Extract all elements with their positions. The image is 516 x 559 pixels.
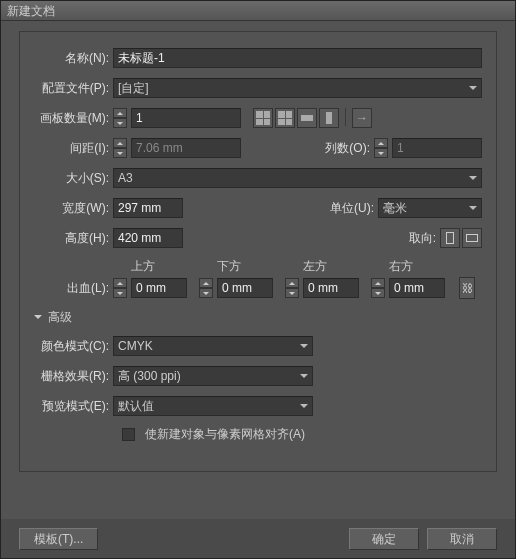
artboards-input[interactable] bbox=[131, 108, 241, 128]
spacing-input[interactable] bbox=[131, 138, 241, 158]
divider bbox=[345, 108, 346, 126]
name-label: 名称(N): bbox=[34, 50, 109, 67]
cancel-button[interactable]: 取消 bbox=[427, 528, 497, 550]
dialog-title: 新建文档 bbox=[7, 4, 55, 18]
spacing-stepper[interactable] bbox=[113, 138, 127, 158]
bleed-top-stepper[interactable] bbox=[113, 278, 127, 298]
bleed-right-input[interactable] bbox=[389, 278, 445, 298]
bleed-top-label: 上方 bbox=[131, 258, 191, 275]
arrange-col-icon[interactable] bbox=[319, 108, 339, 128]
units-label: 单位(U): bbox=[314, 200, 374, 217]
bleed-bottom-stepper[interactable] bbox=[199, 278, 213, 298]
preview-label: 预览模式(E): bbox=[34, 398, 109, 415]
align-grid-checkbox[interactable] bbox=[122, 428, 135, 441]
bleed-right-stepper[interactable] bbox=[371, 278, 385, 298]
advanced-label: 高级 bbox=[48, 309, 72, 326]
disclosure-triangle-icon bbox=[34, 315, 42, 323]
orientation-landscape-button[interactable] bbox=[462, 228, 482, 248]
bleed-top-input[interactable] bbox=[131, 278, 187, 298]
preview-select[interactable]: 默认值 bbox=[113, 396, 313, 416]
artboards-label: 画板数量(M): bbox=[34, 110, 109, 127]
ok-button[interactable]: 确定 bbox=[349, 528, 419, 550]
columns-stepper[interactable] bbox=[374, 138, 388, 158]
size-select[interactable]: A3 bbox=[113, 168, 482, 188]
template-button[interactable]: 模板(T)... bbox=[19, 528, 98, 550]
bleed-link-icon[interactable]: ⛓ bbox=[459, 277, 475, 299]
height-input[interactable] bbox=[113, 228, 183, 248]
artboards-stepper[interactable] bbox=[113, 108, 127, 128]
colormode-label: 颜色模式(C): bbox=[34, 338, 109, 355]
colormode-select[interactable]: CMYK bbox=[113, 336, 313, 356]
arrange-grid-row-icon[interactable] bbox=[253, 108, 273, 128]
bleed-right-label: 右方 bbox=[389, 258, 449, 275]
height-label: 高度(H): bbox=[34, 230, 109, 247]
profile-select[interactable]: [自定] bbox=[113, 78, 482, 98]
arrange-rtl-icon[interactable]: → bbox=[352, 108, 372, 128]
bleed-left-stepper[interactable] bbox=[285, 278, 299, 298]
raster-select[interactable]: 高 (300 ppi) bbox=[113, 366, 313, 386]
bleed-label: 出血(L): bbox=[34, 280, 109, 297]
titlebar: 新建文档 bbox=[1, 1, 515, 21]
spacing-label: 间距(I): bbox=[34, 140, 109, 157]
width-input[interactable] bbox=[113, 198, 183, 218]
units-select[interactable]: 毫米 bbox=[378, 198, 482, 218]
orientation-label: 取向: bbox=[396, 230, 436, 247]
arrange-row-icon[interactable] bbox=[297, 108, 317, 128]
arrange-grid-col-icon[interactable] bbox=[275, 108, 295, 128]
size-label: 大小(S): bbox=[34, 170, 109, 187]
bleed-bottom-label: 下方 bbox=[217, 258, 277, 275]
columns-label: 列数(O): bbox=[310, 140, 370, 157]
bleed-bottom-input[interactable] bbox=[217, 278, 273, 298]
main-panel: 名称(N): 配置文件(P): [自定] 画板数量(M): → bbox=[19, 31, 497, 472]
profile-label: 配置文件(P): bbox=[34, 80, 109, 97]
orientation-portrait-button[interactable] bbox=[440, 228, 460, 248]
name-input[interactable] bbox=[113, 48, 482, 68]
align-grid-label: 使新建对象与像素网格对齐(A) bbox=[145, 426, 305, 443]
width-label: 宽度(W): bbox=[34, 200, 109, 217]
columns-input[interactable] bbox=[392, 138, 482, 158]
raster-label: 栅格效果(R): bbox=[34, 368, 109, 385]
dialog-footer: 模板(T)... 确定 取消 bbox=[1, 519, 515, 559]
new-document-dialog: 新建文档 名称(N): 配置文件(P): [自定] 画板数量(M): bbox=[0, 0, 516, 559]
advanced-header[interactable]: 高级 bbox=[34, 309, 482, 326]
bleed-left-input[interactable] bbox=[303, 278, 359, 298]
bleed-left-label: 左方 bbox=[303, 258, 363, 275]
